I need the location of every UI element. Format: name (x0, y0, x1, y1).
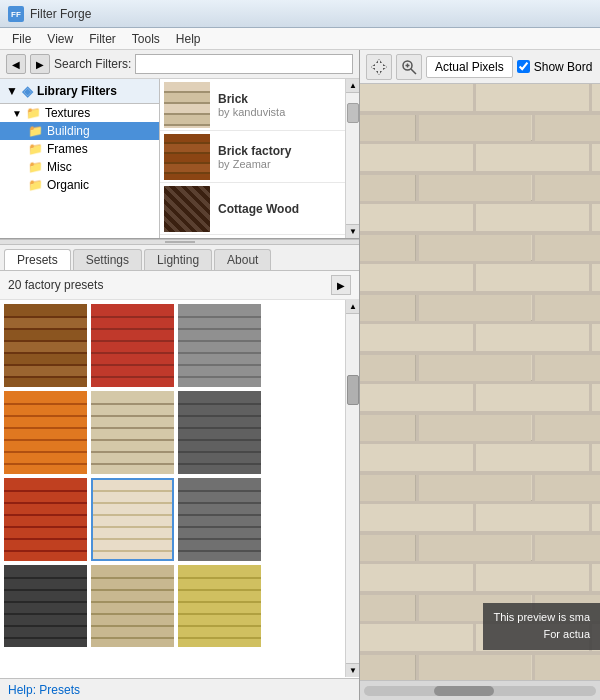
scroll-up-button[interactable]: ▲ (346, 300, 359, 314)
forward-button[interactable]: ▶ (30, 54, 50, 74)
menu-filter[interactable]: Filter (81, 30, 124, 48)
presets-content: 20 factory presets ▶ (0, 271, 359, 678)
tree-misc-label: Misc (47, 160, 72, 174)
tabs-area: Presets Settings Lighting About 20 facto… (0, 245, 359, 678)
menu-tools[interactable]: Tools (124, 30, 168, 48)
tree-frames-label: Frames (47, 142, 88, 156)
preview-area: This preview is sma For actua (360, 84, 600, 680)
filter-brick-thumb (164, 82, 210, 128)
preset-8[interactable] (91, 478, 174, 561)
zoom-tool-button[interactable] (396, 54, 422, 80)
building-folder-icon: 📁 (28, 124, 43, 138)
left-panel: ◀ ▶ Search Filters: ▼ ◈ Library Filters … (0, 50, 360, 700)
preset-9[interactable] (178, 478, 261, 561)
filter-scrollbar[interactable]: ▲ ▼ (345, 79, 359, 238)
tab-lighting[interactable]: Lighting (144, 249, 212, 270)
misc-folder-icon: 📁 (28, 160, 43, 174)
tree-textures[interactable]: ▼ 📁 Textures (0, 104, 159, 122)
filter-cottage-name: Cottage Wood (218, 202, 299, 216)
tree-misc[interactable]: 📁 Misc (0, 158, 159, 176)
filter-brick-factory[interactable]: Brick factory by Zeamar (160, 131, 345, 183)
tree-building-label: Building (47, 124, 90, 138)
tab-settings[interactable]: Settings (73, 249, 142, 270)
filter-brick-author: by kanduvista (218, 106, 285, 118)
menu-bar: File View Filter Tools Help (0, 28, 600, 50)
filter-scroll-up[interactable]: ▲ (346, 79, 359, 93)
tab-bar: Presets Settings Lighting About (0, 245, 359, 271)
search-label: Search Filters: (54, 57, 131, 71)
filter-scroll-thumb[interactable] (347, 103, 359, 123)
filter-cottage-info: Cottage Wood (218, 202, 299, 216)
library-header: ▼ ◈ Library Filters (0, 79, 159, 104)
presets-count: 20 factory presets (8, 278, 103, 292)
filter-cottage[interactable]: Cottage Wood (160, 183, 345, 235)
preview-tooltip: This preview is sma For actua (483, 603, 600, 650)
filter-cottage-thumb (164, 186, 210, 232)
svg-text:FF: FF (11, 10, 21, 19)
menu-file[interactable]: File (4, 30, 39, 48)
textures-arrow-icon: ▼ (12, 108, 22, 119)
preset-12[interactable] (178, 565, 261, 647)
tree-panel: ▼ ◈ Library Filters ▼ 📁 Textures 📁 Build… (0, 79, 160, 238)
filter-brick[interactable]: Brick by kanduvista (160, 79, 345, 131)
app-title: Filter Forge (30, 7, 91, 21)
tooltip-line2: For actua (493, 626, 590, 644)
preview-image (360, 84, 600, 680)
frames-folder-icon: 📁 (28, 142, 43, 156)
tree-building[interactable]: 📁 Building (0, 122, 159, 140)
preset-5[interactable] (91, 391, 174, 474)
scroll-thumb[interactable] (434, 686, 494, 696)
filter-brick-factory-author: by Zeamar (218, 158, 291, 170)
main-layout: ◀ ▶ Search Filters: ▼ ◈ Library Filters … (0, 50, 600, 700)
presets-grid (0, 300, 345, 647)
presets-header: 20 factory presets ▶ (0, 271, 359, 300)
show-border-label: Show Bord (517, 60, 593, 74)
scroll-thumb[interactable] (347, 375, 359, 405)
tree-organic[interactable]: 📁 Organic (0, 176, 159, 194)
right-toolbar: Actual Pixels Show Bord (360, 50, 600, 84)
pan-tool-button[interactable] (366, 54, 392, 80)
presets-expand-button[interactable]: ▶ (331, 275, 351, 295)
svg-line-3 (411, 69, 416, 74)
filter-brick-info: Brick by kanduvista (218, 92, 285, 118)
tree-textures-label: Textures (45, 106, 90, 120)
filter-scroll-down[interactable]: ▼ (346, 224, 359, 238)
menu-help[interactable]: Help (168, 30, 209, 48)
back-button[interactable]: ◀ (6, 54, 26, 74)
tree-frames[interactable]: 📁 Frames (0, 140, 159, 158)
textures-folder-icon: 📁 (26, 106, 41, 120)
tab-presets[interactable]: Presets (4, 249, 71, 270)
preset-6[interactable] (178, 391, 261, 474)
filter-brick-name: Brick (218, 92, 285, 106)
presets-scrollbar[interactable]: ▲ ▼ (345, 300, 359, 677)
menu-view[interactable]: View (39, 30, 81, 48)
help-link[interactable]: Help: Presets (8, 683, 80, 697)
preset-4[interactable] (4, 391, 87, 474)
library-icon: ◈ (22, 83, 33, 99)
tooltip-line1: This preview is sma (493, 609, 590, 627)
preset-7[interactable] (4, 478, 87, 561)
tab-about[interactable]: About (214, 249, 271, 270)
title-bar: FF Filter Forge (0, 0, 600, 28)
organic-folder-icon: 📁 (28, 178, 43, 192)
filter-list: Brick by kanduvista Brick factory by Zea… (160, 79, 359, 238)
preset-1[interactable] (4, 304, 87, 387)
filter-brick-factory-name: Brick factory (218, 144, 291, 158)
library-label: Library Filters (37, 84, 117, 98)
preset-11[interactable] (91, 565, 174, 647)
scroll-track (364, 686, 596, 696)
preset-10[interactable] (4, 565, 87, 647)
actual-pixels-button[interactable]: Actual Pixels (426, 56, 513, 78)
show-border-text: Show Bord (534, 60, 593, 74)
preset-3[interactable] (178, 304, 261, 387)
search-input[interactable] (135, 54, 353, 74)
preset-2[interactable] (91, 304, 174, 387)
search-bar: ◀ ▶ Search Filters: (0, 50, 359, 79)
filter-brick-factory-thumb (164, 134, 210, 180)
help-bar: Help: Presets (0, 678, 359, 700)
filter-brick-factory-info: Brick factory by Zeamar (218, 144, 291, 170)
scroll-down-button[interactable]: ▼ (346, 663, 359, 677)
show-border-checkbox[interactable] (517, 60, 530, 73)
right-panel: Actual Pixels Show Bord (360, 50, 600, 700)
preview-scrollbar[interactable] (360, 680, 600, 700)
